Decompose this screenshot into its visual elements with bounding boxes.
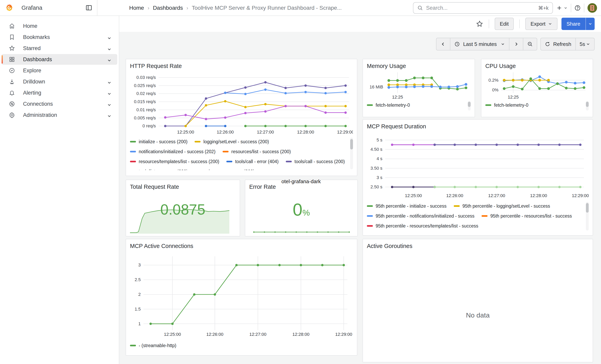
time-shift-back-button[interactable] xyxy=(436,38,450,50)
sidebar: HomeBookmarksStarredDashboardsExploreDri… xyxy=(0,16,119,364)
refresh-button[interactable]: Refresh xyxy=(541,38,576,50)
svg-text:2.5: 2.5 xyxy=(135,277,141,282)
legend-item[interactable]: 95th percentile - resources/templates/li… xyxy=(367,221,478,231)
time-shift-forward-button[interactable] xyxy=(509,38,523,50)
legend-swatch xyxy=(130,141,136,142)
sidebar-item-administration[interactable]: Administration xyxy=(2,110,117,120)
panel-total-request-rate[interactable]: Total Request Rate 0.0875 xyxy=(126,180,240,236)
export-button[interactable]: Export xyxy=(525,18,557,30)
help-button[interactable] xyxy=(574,5,581,11)
legend-item[interactable]: logging/setLevel - success (200) xyxy=(195,137,269,147)
panel-title: MCP Active Connections xyxy=(130,242,353,250)
legend-swatch xyxy=(367,225,373,227)
legend-item[interactable]: fetch-telemetry-0 xyxy=(367,100,410,110)
error-rate-unit: % xyxy=(302,208,310,217)
legend-item[interactable]: resources/templates/list - success (200) xyxy=(130,157,219,167)
chevron-down-icon[interactable] xyxy=(107,79,112,84)
brand-label: Grafana xyxy=(21,5,42,11)
chevron-down-icon[interactable] xyxy=(107,90,112,95)
time-range-picker[interactable]: Last 5 minutes xyxy=(450,38,509,50)
svg-text:0%: 0% xyxy=(492,88,499,92)
sidebar-item-drilldown[interactable]: Drilldown xyxy=(2,76,117,87)
panel-cpu-usage[interactable]: CPU Usage 0.2%0%12:25 fetch-telemetry-0 xyxy=(481,59,593,117)
http-request-rate-chart[interactable]: 0 req/s0.005 req/s0.01 req/s0.015 req/s0… xyxy=(130,70,353,137)
svg-text:0 req/s: 0 req/s xyxy=(142,123,156,128)
breadcrumb-item[interactable]: Dashboards xyxy=(153,5,183,11)
legend-item[interactable]: 95th percentile - resources/list - succe… xyxy=(481,211,572,221)
panel-error-rate[interactable]: Error Rate 0% xyxy=(245,180,358,236)
panel-memory-usage[interactable]: Memory Usage 16 MiB12:25 fetch-telemetry… xyxy=(362,59,475,117)
legend-item[interactable]: 95th percentile - logging/setLevel - suc… xyxy=(454,201,550,211)
sidebar-toggle-icon[interactable] xyxy=(85,4,92,11)
plus-icon xyxy=(556,5,562,11)
legend-swatch xyxy=(367,215,373,217)
breadcrumb: Home›Dashboards›ToolHive MCP Server & Pr… xyxy=(129,0,342,16)
user-avatar[interactable] xyxy=(588,3,597,13)
sidebar-item-dashboards[interactable]: Dashboards xyxy=(2,54,117,65)
legend-item[interactable]: tools/list - success (200) xyxy=(130,167,188,170)
cpu-usage-chart[interactable]: 0.2%0%12:25 xyxy=(485,70,589,100)
refresh-interval-picker[interactable]: 5s xyxy=(576,38,594,50)
svg-text:0.005 req/s: 0.005 req/s xyxy=(134,115,156,120)
share-button[interactable]: Share xyxy=(561,18,585,30)
legend-label: tools/call - success (200) xyxy=(295,159,345,164)
panel-title: CPU Usage xyxy=(485,62,589,70)
chevron-down-icon[interactable] xyxy=(107,57,112,62)
legend-scrollbar[interactable] xyxy=(586,101,589,110)
sidebar-item-starred[interactable]: Starred xyxy=(2,43,117,54)
dashboard-toolbar: Edit Export Share xyxy=(119,16,601,32)
svg-text:1.5: 1.5 xyxy=(135,306,141,312)
search-input[interactable]: Search... ⌘+k xyxy=(413,2,553,14)
legend-item[interactable]: tools/call - error (404) xyxy=(226,157,279,167)
legend-item[interactable]: resources/list - success (200) xyxy=(223,147,291,157)
edit-button[interactable]: Edit xyxy=(495,18,514,30)
legend-scrollbar[interactable] xyxy=(586,202,589,230)
add-button[interactable] xyxy=(556,5,568,11)
legend-item[interactable]: initialize - success (200) xyxy=(130,137,187,147)
legend-swatch xyxy=(195,141,200,142)
legend-label: tools/call - error (404) xyxy=(235,159,279,164)
sidebar-item-explore[interactable]: Explore xyxy=(2,65,117,76)
grafana-logo xyxy=(5,4,13,12)
zoom-out-button[interactable] xyxy=(523,38,537,50)
connections-legend: - (streamable-http) xyxy=(130,341,353,352)
share-menu-button[interactable] xyxy=(585,18,595,30)
legend-scrollbar[interactable] xyxy=(350,138,353,169)
svg-text:12:27:00: 12:27:00 xyxy=(257,129,274,135)
sidebar-item-label: Dashboards xyxy=(23,56,52,63)
chevron-down-icon[interactable] xyxy=(107,46,112,51)
sidebar-item-connections[interactable]: Connections xyxy=(2,98,117,109)
panel-mcp-request-duration[interactable]: MCP Request Duration 2.50 s3 s3.50 s4 s4… xyxy=(362,119,593,236)
search-shortcut: ⌘+k xyxy=(538,5,549,11)
refresh-interval-label: 5s xyxy=(580,41,585,47)
clock-icon xyxy=(454,41,460,47)
mcp-request-duration-chart[interactable]: 2.50 s3 s3.50 s4 s4.50 s5 s12:25:0012:26… xyxy=(367,130,589,201)
legend-item[interactable]: unknown - success (200) xyxy=(195,167,255,170)
panel-title: Total Request Rate xyxy=(130,183,236,191)
breadcrumb-separator: › xyxy=(186,5,188,11)
panel-mcp-active-connections[interactable]: MCP Active Connections 11.522.5312:25:00… xyxy=(126,239,357,356)
chevron-down-icon[interactable] xyxy=(107,101,112,106)
legend-item[interactable]: 95th percentile - notifications/initiali… xyxy=(367,211,474,221)
legend-item[interactable]: tools/call - success (200) xyxy=(286,157,345,167)
panel-http-request-rate[interactable]: HTTP Request Rate 0 req/s0.005 req/s0.01… xyxy=(126,59,357,176)
breadcrumb-item[interactable]: Home xyxy=(129,5,144,11)
favorite-star-icon[interactable] xyxy=(476,20,483,27)
legend-item[interactable]: - (streamable-http) xyxy=(130,341,176,351)
panel-title: MCP Request Duration xyxy=(367,122,589,130)
memory-usage-chart[interactable]: 16 MiB12:25 xyxy=(367,70,471,100)
chevron-down-icon[interactable] xyxy=(107,113,112,118)
compass-icon xyxy=(9,67,15,74)
sidebar-item-alerting[interactable]: Alerting xyxy=(2,88,117,98)
sidebar-item-home[interactable]: Home xyxy=(2,21,117,31)
svg-text:0.02 req/s: 0.02 req/s xyxy=(136,91,156,96)
chevron-down-icon[interactable] xyxy=(107,35,112,39)
sidebar-item-bookmarks[interactable]: Bookmarks xyxy=(2,32,117,42)
legend-item[interactable]: notifications/initialized - success (202… xyxy=(130,147,215,157)
legend-item[interactable]: fetch-telemetry-0 xyxy=(485,100,529,110)
legend-item[interactable]: 95th percentile - initialize - success xyxy=(367,201,447,211)
panel-active-goroutines[interactable]: Active Goroutines No data xyxy=(362,239,593,362)
svg-text:4 s: 4 s xyxy=(377,156,382,161)
mcp-active-connections-chart[interactable]: 11.522.5312:25:0012:26:0012:27:0012:28:0… xyxy=(130,250,353,341)
legend-scrollbar[interactable] xyxy=(468,101,471,110)
